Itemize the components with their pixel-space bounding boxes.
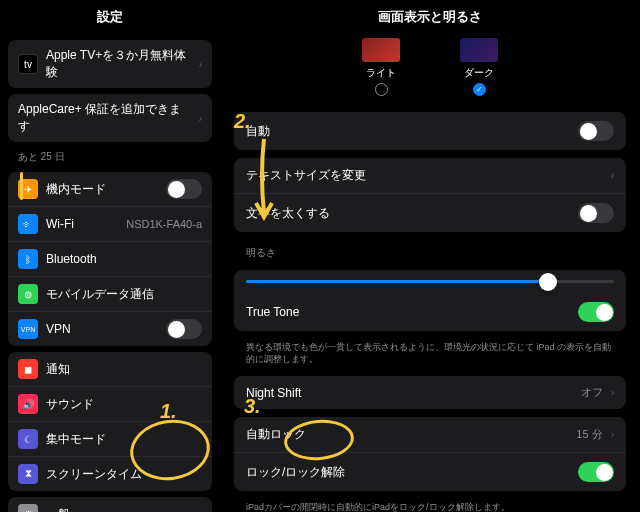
- row-true-tone[interactable]: True Tone: [234, 293, 626, 331]
- sidebar-item-wifi[interactable]: ᯤ Wi-Fi NSD1K-FA40-a: [8, 206, 212, 241]
- speaker-icon: 🔊: [18, 394, 38, 414]
- airplane-toggle[interactable]: [166, 179, 202, 199]
- chevron-right-icon: ›: [199, 59, 202, 70]
- lock-caption: iPadカバーの開閉時に自動的にiPadをロック/ロック解除します。: [220, 499, 640, 512]
- sidebar-item-general[interactable]: ⚙ 一般: [8, 497, 212, 512]
- chevron-right-icon: ›: [611, 170, 614, 181]
- sidebar-item-airplane[interactable]: ✈ 機内モード: [8, 172, 212, 206]
- sidebar-item-notifications[interactable]: ◼ 通知: [8, 352, 212, 386]
- appletv-icon: tv: [18, 54, 38, 74]
- chevron-right-icon: ›: [199, 113, 202, 124]
- sidebar: 設定 tv Apple TV+を３か月無料体験 › AppleCare+ 保証を…: [0, 0, 220, 512]
- sidebar-item-sound[interactable]: 🔊 サウンド: [8, 386, 212, 421]
- chevron-right-icon: ›: [611, 429, 614, 440]
- row-text-size[interactable]: テキストサイズを変更 ›: [234, 158, 626, 193]
- moon-icon: ☾: [18, 429, 38, 449]
- bell-icon: ◼: [18, 359, 38, 379]
- airplane-icon: ✈: [18, 179, 38, 199]
- row-auto-lock[interactable]: 自動ロック 15 分 ›: [234, 417, 626, 452]
- hourglass-icon: ⧗: [18, 464, 38, 484]
- appearance-dark[interactable]: ダーク: [460, 38, 498, 96]
- sidebar-item-bluetooth[interactable]: ᛒ Bluetooth: [8, 241, 212, 276]
- detail-title: 画面表示と明るさ: [220, 0, 640, 34]
- brightness-slider[interactable]: [234, 270, 626, 293]
- wifi-icon: ᯤ: [18, 214, 38, 234]
- antenna-icon: ⊚: [18, 284, 38, 304]
- bold-toggle[interactable]: [578, 203, 614, 223]
- slider-thumb[interactable]: [539, 273, 557, 291]
- vpn-icon: VPN: [18, 319, 38, 339]
- appearance-light[interactable]: ライト: [362, 38, 400, 96]
- radio-light[interactable]: [375, 83, 388, 96]
- sidebar-item-vpn[interactable]: VPN VPN: [8, 311, 212, 346]
- radio-dark[interactable]: [473, 83, 486, 96]
- gear-icon: ⚙: [18, 504, 38, 512]
- sidebar-title: 設定: [0, 0, 220, 34]
- sidebar-item-focus[interactable]: ☾ 集中モード: [8, 421, 212, 456]
- row-auto[interactable]: 自動: [234, 112, 626, 150]
- sidebar-item-screentime[interactable]: ⧗ スクリーンタイム: [8, 456, 212, 491]
- chevron-right-icon: ›: [611, 387, 614, 398]
- sidebar-item-mobile[interactable]: ⊚ モバイルデータ通信: [8, 276, 212, 311]
- lock-toggle[interactable]: [578, 462, 614, 482]
- sidebar-item-appletv[interactable]: tv Apple TV+を３か月無料体験 ›: [8, 40, 212, 88]
- appearance-picker: ライト ダーク: [220, 34, 640, 104]
- row-night-shift[interactable]: Night Shift オフ ›: [234, 376, 626, 409]
- row-bold-text[interactable]: 文字を太くする: [234, 193, 626, 232]
- detail-pane: 画面表示と明るさ ライト ダーク 自動 テキストサイズを変更 ›: [220, 0, 640, 512]
- row-lock-unlock[interactable]: ロック/ロック解除: [234, 452, 626, 491]
- light-thumb: [362, 38, 400, 62]
- bluetooth-icon: ᛒ: [18, 249, 38, 269]
- sidebar-item-applecare[interactable]: AppleCare+ 保証を追加できます ›: [8, 94, 212, 142]
- dark-thumb: [460, 38, 498, 62]
- brightness-label: 明るさ: [220, 240, 640, 262]
- true-tone-caption: 異なる環境でも色が一貫して表示されるように、環境光の状況に応じて iPad の表…: [220, 339, 640, 368]
- auto-toggle[interactable]: [578, 121, 614, 141]
- true-tone-toggle[interactable]: [578, 302, 614, 322]
- applecare-caption: あと 25 日: [0, 148, 220, 166]
- vpn-toggle[interactable]: [166, 319, 202, 339]
